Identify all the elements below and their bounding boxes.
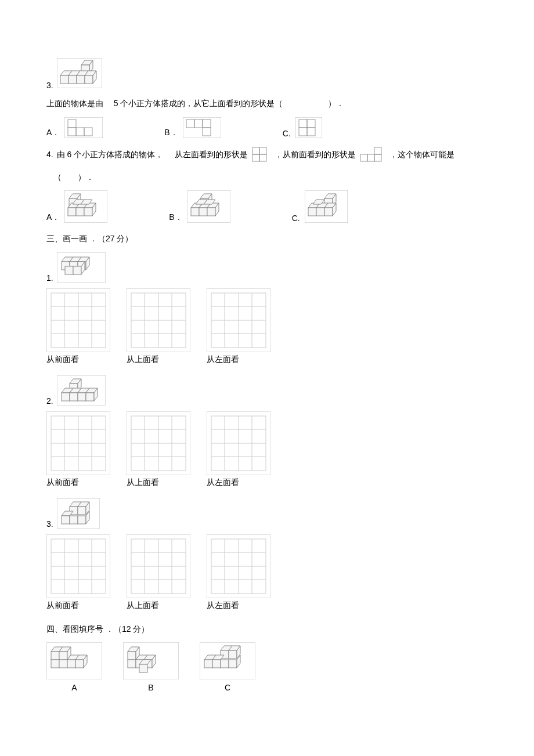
q4-paren: （ ）． [53,169,488,185]
q3-option-C[interactable]: C. [283,117,322,138]
svg-rect-29 [259,147,266,154]
sec3-item2-row: 2. [46,375,488,406]
q4-option-C[interactable]: C. [292,190,348,223]
q4-front-shape [358,146,387,164]
q4-options: A． B． C. [46,190,488,223]
svg-rect-10 [77,75,85,84]
label-top-1: 从上面看 [127,355,190,365]
q3-option-B[interactable]: B． [164,117,221,138]
svg-rect-152 [78,507,86,515]
q4-stem: 4. 由 6 个小正方体搭成的物体， 从左面看到的形状是 ，从前面看到的形状是 … [46,146,488,164]
sec3-item2-grids [46,411,488,475]
q4-stem-b: 从左面看到的形状是 [175,147,248,162]
svg-rect-120 [70,393,78,401]
svg-rect-156 [70,516,78,524]
grid-left-1[interactable] [207,288,270,352]
svg-rect-198 [128,652,136,660]
svg-rect-119 [62,393,70,401]
grid-left-3[interactable] [207,534,270,598]
sec4-C-label: C [225,683,230,692]
q4-stem-c: ，从前面看到的形状是 [275,147,356,162]
sec3-item3-figure [57,498,100,529]
q3-A-label: A． [46,128,60,138]
svg-rect-56 [191,208,199,216]
svg-rect-31 [259,154,266,161]
q4-option-A[interactable]: A． [46,190,107,223]
label-left-1: 从左面看 [207,355,270,365]
svg-rect-187 [59,652,67,660]
label-top-3: 从上面看 [127,601,190,611]
svg-rect-57 [199,208,207,216]
svg-rect-43 [68,208,76,216]
label-top-2: 从上面看 [127,478,190,488]
svg-rect-69 [308,208,316,216]
svg-rect-216 [204,660,212,668]
svg-rect-45 [84,208,92,216]
svg-rect-8 [60,75,68,84]
q3-figure-row: 3. [46,58,488,90]
sec3-item2-labels: 从前面看 从上面看 从左面看 [46,478,488,488]
svg-rect-11 [85,75,93,84]
label-front-1: 从前面看 [46,355,110,365]
sec4-C: C [200,642,255,692]
svg-rect-32 [374,147,381,154]
q4-A-label: A． [46,212,60,223]
grid-left-2[interactable] [207,411,270,475]
sec3-item1-figure [57,252,106,283]
sec3-item1-row: 1. [46,252,488,283]
q4-stem-d: ，这个物体可能是 [389,147,454,162]
svg-rect-34 [367,154,374,161]
svg-rect-191 [51,660,59,668]
section3-title: 三、画一画 ．（27 分） [46,231,488,247]
svg-rect-30 [252,154,259,161]
q3-stem-a: 上面的物体是由 [46,99,103,108]
svg-rect-71 [324,208,333,216]
q4-B-label: B． [169,212,182,223]
svg-rect-207 [139,664,147,672]
svg-rect-28 [252,147,259,154]
svg-rect-70 [316,208,324,216]
grid-top-3[interactable] [127,534,190,598]
q4-option-B[interactable]: B． [169,190,230,223]
sec3-item3-grids [46,534,488,598]
svg-rect-217 [212,660,221,668]
q4-C-label: C. [292,214,300,223]
q3-stem-b: 5 个小正方体搭成的，从它上面看到的形状是（ [114,99,283,108]
svg-rect-33 [360,154,367,161]
q3-number: 3. [46,81,53,90]
q3-C-label: C. [283,129,291,138]
svg-rect-192 [59,660,67,668]
sec3-item1-labels: 从前面看 从上面看 从左面看 [46,355,488,365]
grid-front-2[interactable] [46,411,110,475]
grid-front-3[interactable] [46,534,110,598]
svg-rect-218 [221,660,229,668]
grid-front-1[interactable] [46,288,110,352]
grid-top-1[interactable] [127,288,190,352]
sec3-item1-num: 1. [46,273,53,283]
section4-title: 四、看图填序号 ．（12 分） [46,621,488,637]
q3-B-label: B． [164,128,178,138]
svg-rect-58 [207,208,215,216]
sec4-figures: A B C [46,642,488,692]
sec3-item3-row: 3. [46,498,488,529]
label-left-2: 从左面看 [207,478,270,488]
q3-stem: 上面的物体是由 5 个小正方体搭成的，从它上面看到的形状是（ ）． [46,96,488,111]
svg-rect-212 [229,650,237,659]
grid-top-2[interactable] [127,411,190,475]
svg-rect-84 [73,266,81,274]
q4-left-shape [250,146,272,164]
label-front-2: 从前面看 [46,478,110,488]
svg-rect-121 [78,393,86,401]
sec4-B: B [123,642,179,692]
svg-rect-122 [86,393,94,401]
sec3-item2-num: 2. [46,396,53,406]
svg-rect-35 [374,154,381,161]
q3-option-A[interactable]: A． [46,117,103,138]
q4-number: 4. [46,147,53,162]
sec4-A: A [46,642,102,692]
svg-rect-9 [68,75,77,84]
svg-rect-199 [128,660,136,668]
q3-stem-c: ）． [328,99,344,108]
sec3-item3-labels: 从前面看 从上面看 从左面看 [46,601,488,611]
q3-cube-figure [57,58,102,90]
